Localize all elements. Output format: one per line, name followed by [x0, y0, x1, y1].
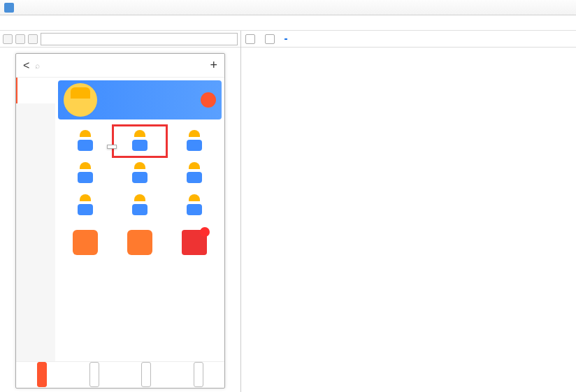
hot-grid	[58, 125, 222, 222]
vtab-1[interactable]	[16, 103, 55, 129]
daojia-grid	[58, 227, 222, 259]
devtools-tabs	[241, 31, 576, 48]
grid-cell-4[interactable]	[113, 157, 167, 189]
grid-cell-8[interactable]	[167, 189, 222, 222]
window-favicon	[4, 3, 14, 13]
nav-fwd-icon[interactable]	[15, 34, 25, 44]
grid-cell-0[interactable]	[58, 125, 113, 157]
plus-icon[interactable]: +	[210, 58, 217, 73]
bag-icon	[127, 230, 152, 255]
devtools-pane	[241, 31, 576, 392]
grid-cell-3[interactable]	[58, 157, 113, 189]
inspect-icon[interactable]	[245, 34, 255, 44]
grid-cell-7[interactable]	[113, 189, 167, 222]
banner-button[interactable]	[201, 92, 216, 108]
window-titlebar	[0, 0, 576, 15]
banner-image	[64, 83, 97, 117]
address-input[interactable]	[41, 33, 238, 45]
vtab-6[interactable]	[16, 232, 55, 258]
address-bar	[0, 31, 240, 48]
vtab-4[interactable]	[16, 181, 55, 207]
category-tabs	[16, 78, 55, 361]
vtab-8[interactable]	[16, 284, 55, 310]
botnav-daojia[interactable]	[69, 362, 121, 388]
vtab-9[interactable]	[16, 310, 55, 335]
tab-elements[interactable]	[285, 38, 287, 40]
vtab-7[interactable]	[16, 258, 55, 284]
nav-back-icon[interactable]	[3, 34, 13, 44]
dom-tree[interactable]	[241, 48, 576, 392]
back-icon[interactable]: <	[23, 59, 29, 72]
nav-reload-icon[interactable]	[28, 34, 38, 44]
bottom-nav	[16, 361, 224, 388]
vtab-2[interactable]	[16, 129, 55, 155]
vtab-recommend[interactable]	[16, 78, 55, 103]
grid-cell-6[interactable]	[58, 189, 113, 222]
botnav-me[interactable]	[173, 362, 225, 388]
botnav-order[interactable]	[120, 362, 173, 388]
vtab-10[interactable]	[16, 335, 55, 361]
size-tooltip	[107, 145, 117, 149]
device-frame: < ⌕ +	[15, 53, 225, 389]
device-icon[interactable]	[265, 34, 275, 44]
grid-cell-banjia[interactable]	[113, 125, 167, 157]
vtab-3[interactable]	[16, 155, 55, 181]
redpacket-icon	[182, 230, 207, 255]
grid2-2[interactable]	[167, 227, 222, 259]
house-icon	[73, 230, 98, 255]
grid2-1[interactable]	[113, 227, 167, 259]
grid2-0[interactable]	[58, 227, 113, 259]
preview-pane: < ⌕ +	[0, 31, 241, 392]
vtab-5[interactable]	[16, 207, 55, 233]
botnav-local[interactable]	[16, 362, 69, 388]
grid-cell-5[interactable]	[167, 157, 222, 189]
search-icon: ⌕	[35, 61, 40, 71]
grid-cell-2[interactable]	[167, 125, 222, 157]
menubar	[0, 15, 576, 31]
promo-banner[interactable]	[58, 80, 222, 119]
